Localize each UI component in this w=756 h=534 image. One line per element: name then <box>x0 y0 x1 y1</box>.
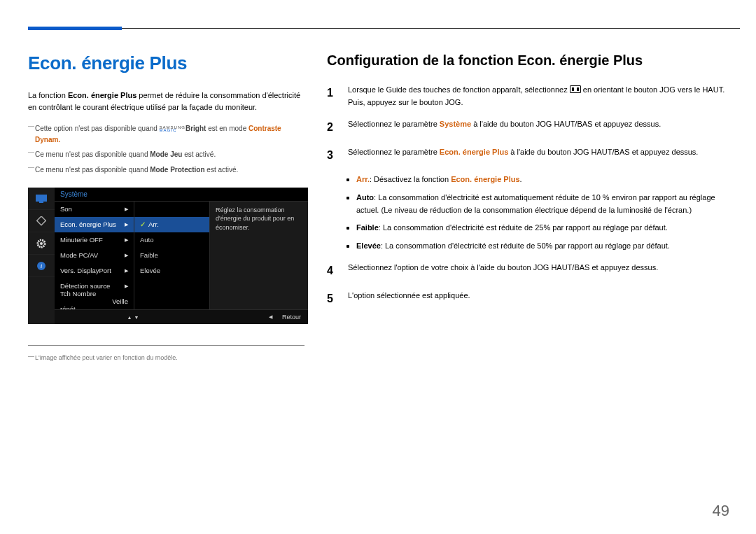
note-3: Ce menu n'est pas disponible quand Mode … <box>28 164 304 176</box>
page-number: 49 <box>713 502 729 520</box>
header-accent <box>28 27 122 30</box>
osd-row-displayport: Vers. DisplayPort▶ <box>55 263 134 279</box>
header-rule <box>43 28 740 29</box>
bullet-icon <box>346 178 349 181</box>
svg-rect-2 <box>37 216 46 225</box>
note-2-b: Mode Jeu <box>150 150 182 158</box>
step-3-b: à l'aide du bouton JOG HAUT/BAS et appuy… <box>508 148 698 156</box>
tab-monitor-icon <box>28 188 55 210</box>
step-2-a: Sélectionnez le paramètre <box>348 120 440 128</box>
osd-help-text: Réglez la consommation d'énergie du prod… <box>209 202 308 309</box>
step-4-body: Sélectionnez l'option de votre choix à l… <box>348 262 728 280</box>
back-triangle-icon: ◀ <box>269 314 272 320</box>
intro-prefix: La fonction <box>28 91 68 99</box>
page-title: Econ. énergie Plus <box>28 52 304 74</box>
note-3-b: Mode Protection <box>150 166 204 174</box>
section-title: Configuration de la fonction Econ. énerg… <box>327 52 728 69</box>
b1-b: . <box>520 175 522 183</box>
step-5-body: L'option sélectionnée est appliquée. <box>348 290 728 308</box>
step-3-term: Econ. énergie Plus <box>440 148 508 156</box>
option-auto: Auto: La consommation d'électricité est … <box>346 192 728 216</box>
b3-a: : La consommation d'électricité est rédu… <box>379 223 668 232</box>
osd-tabbar: i <box>28 188 55 324</box>
b1-term: Arr. <box>356 175 370 183</box>
osd-sub-arr: ✓Arr. <box>134 217 209 232</box>
step-3-a: Sélectionnez le paramètre <box>348 148 440 156</box>
step-2: 2 Sélectionnez le paramètre Système à l'… <box>327 118 728 136</box>
step-5: 5 L'option sélectionnée est appliquée. <box>327 290 728 308</box>
note-3-a: Ce menu n'est pas disponible quand <box>35 166 150 174</box>
b1-a: : Désactivez la fonction <box>370 175 451 183</box>
note-2-c: est activé. <box>182 150 216 158</box>
svg-rect-0 <box>36 195 47 202</box>
osd-screenshot: i Système Son▶ Econ. énergie Plus▶ Minut… <box>28 188 308 324</box>
osd-sub-auto: Auto <box>134 232 209 248</box>
osd-row-econ: Econ. énergie Plus▶ <box>55 217 134 232</box>
intro-text: La fonction Econ. énergie Plus permet de… <box>28 90 304 113</box>
tab-gear-icon <box>28 232 55 255</box>
step-num-4: 4 <box>327 262 337 280</box>
step-num-2: 2 <box>327 118 337 136</box>
step-num-1: 1 <box>327 84 337 108</box>
option-list: Arr.: Désactivez la fonction Econ. énerg… <box>346 174 728 252</box>
option-arr: Arr.: Désactivez la fonction Econ. énerg… <box>346 174 728 186</box>
note-2-a: Ce menu n'est pas disponible quand <box>35 150 150 158</box>
foot-disclaimer: L'image affichée peut varier en fonction… <box>28 354 304 361</box>
osd-row-pcav: Mode PC/AV▶ <box>55 248 134 263</box>
note-1-c: est en mode <box>206 125 248 132</box>
osd-sub-faible: Faible <box>134 248 209 263</box>
step-2-term: Système <box>440 120 471 128</box>
tab-info-icon: i <box>28 255 55 277</box>
osd-footer: ▲▼ ◀ Retour <box>55 309 308 324</box>
option-faible: Faible: La consommation d'électricité es… <box>346 222 728 234</box>
step-1: 1 Lorsque le Guide des touches de foncti… <box>327 84 728 108</box>
menu-box-icon <box>570 85 581 93</box>
note-1: Cette option n'est pas disponible quand … <box>28 123 304 145</box>
step-4: 4 Sélectionnez l'option de votre choix à… <box>327 262 728 280</box>
b4-a: : La consommation d'électricité est rédu… <box>381 241 670 250</box>
osd-title: Système <box>55 188 308 201</box>
step-1-a: Lorsque le Guide des touches de fonction… <box>348 85 570 94</box>
osd-list: Son▶ Econ. énergie Plus▶ Minuterie OFF▶ … <box>55 202 134 309</box>
note-3-c: est activé. <box>205 166 239 174</box>
osd-row-tch: Tch Nombre répét.Veille <box>55 294 134 309</box>
step-num-5: 5 <box>327 290 337 308</box>
svg-rect-1 <box>39 202 43 203</box>
osd-sublist: ✓Arr. Auto Faible Elevée <box>134 202 209 309</box>
b4-term: Elevée <box>356 241 381 250</box>
step-num-3: 3 <box>327 146 337 164</box>
intro-term: Econ. énergie Plus <box>68 91 136 99</box>
svg-point-4 <box>40 242 43 245</box>
osd-sub-blank <box>134 202 209 217</box>
note-1-bright: Bright <box>186 125 206 132</box>
step-3: 3 Sélectionnez le paramètre Econ. énergi… <box>327 146 728 164</box>
b2-term: Auto <box>356 193 374 202</box>
osd-retour-label: Retour <box>282 314 301 321</box>
bullet-icon <box>346 245 349 248</box>
note-1-a: Cette option n'est pas disponible quand <box>35 125 160 132</box>
samsung-magic-icon: SAMSUNGMAGIC <box>160 126 186 132</box>
b1-term2: Econ. énergie Plus <box>451 175 519 183</box>
divider <box>28 345 304 354</box>
osd-scroll-icon: ▲▼ <box>56 315 210 320</box>
tab-diamond-icon <box>28 210 55 232</box>
osd-row-son: Son▶ <box>55 202 134 217</box>
b3-term: Faible <box>356 223 379 232</box>
osd-row-minuterie: Minuterie OFF▶ <box>55 232 134 248</box>
option-elevee: Elevée: La consommation d'électricité es… <box>346 240 728 253</box>
bullet-icon <box>346 197 349 199</box>
bullet-icon <box>346 227 349 230</box>
b2-a: : La consommation d'électricité est auto… <box>356 193 715 214</box>
note-2: Ce menu n'est pas disponible quand Mode … <box>28 149 304 160</box>
osd-sub-elevee: Elevée <box>134 263 209 279</box>
step-2-b: à l'aide du bouton JOG HAUT/BAS et appuy… <box>471 120 661 128</box>
